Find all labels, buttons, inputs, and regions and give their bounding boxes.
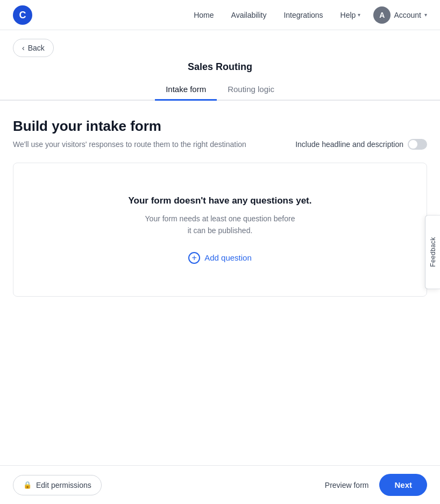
- form-card-title: Your form doesn't have any questions yet…: [26, 195, 414, 206]
- back-button[interactable]: ‹ Back: [13, 39, 54, 57]
- add-question-icon: +: [188, 252, 200, 264]
- tabs-section: Intake form Routing logic: [0, 79, 440, 101]
- headline-toggle-label: Include headline and description: [295, 139, 427, 150]
- back-arrow-icon: ‹: [22, 44, 25, 52]
- form-card-description: Your form needs at least one question be…: [26, 213, 414, 237]
- help-chevron-icon: ▾: [358, 12, 360, 18]
- form-subheading: We'll use your visitors' responses to ro…: [13, 140, 287, 149]
- preview-form-link[interactable]: Preview form: [325, 481, 369, 489]
- avatar: A: [373, 6, 391, 24]
- nav-links: Home Availability Integrations Help ▾: [194, 11, 360, 19]
- nav-availability[interactable]: Availability: [231, 11, 267, 19]
- nav-account[interactable]: A Account ▾: [373, 6, 427, 24]
- account-chevron-icon: ▾: [424, 12, 427, 18]
- nav-integrations[interactable]: Integrations: [283, 11, 323, 19]
- page-title: Sales Routing: [188, 61, 252, 72]
- feedback-label: Feedback: [429, 237, 437, 267]
- tab-intake-form[interactable]: Intake form: [155, 79, 217, 101]
- bottom-right: Preview form Next: [325, 474, 427, 496]
- svg-text:C: C: [19, 10, 26, 20]
- next-button[interactable]: Next: [379, 474, 427, 496]
- feedback-sidebar[interactable]: Feedback: [425, 215, 440, 289]
- add-question-button[interactable]: + Add question: [188, 252, 252, 264]
- edit-permissions-button[interactable]: 🔒 Edit permissions: [13, 475, 102, 495]
- headline-toggle[interactable]: [408, 139, 427, 150]
- nav-help[interactable]: Help ▾: [340, 11, 361, 19]
- bottom-bar: 🔒 Edit permissions Preview form Next: [0, 465, 440, 504]
- tab-routing-logic[interactable]: Routing logic: [217, 79, 285, 101]
- form-subheading-row: We'll use your visitors' responses to ro…: [13, 139, 427, 150]
- back-section: ‹ Back: [0, 30, 440, 66]
- logo[interactable]: C: [13, 5, 32, 25]
- nav-home[interactable]: Home: [194, 11, 214, 19]
- main-content: Build your intake form We'll use your vi…: [0, 101, 440, 297]
- page-title-section: Sales Routing: [0, 61, 440, 73]
- account-label: Account: [394, 11, 421, 19]
- navbar: C Home Availability Integrations Help ▾ …: [0, 0, 440, 30]
- form-card: Your form doesn't have any questions yet…: [13, 163, 427, 297]
- lock-icon: 🔒: [23, 481, 32, 489]
- form-heading: Build your intake form: [13, 118, 427, 135]
